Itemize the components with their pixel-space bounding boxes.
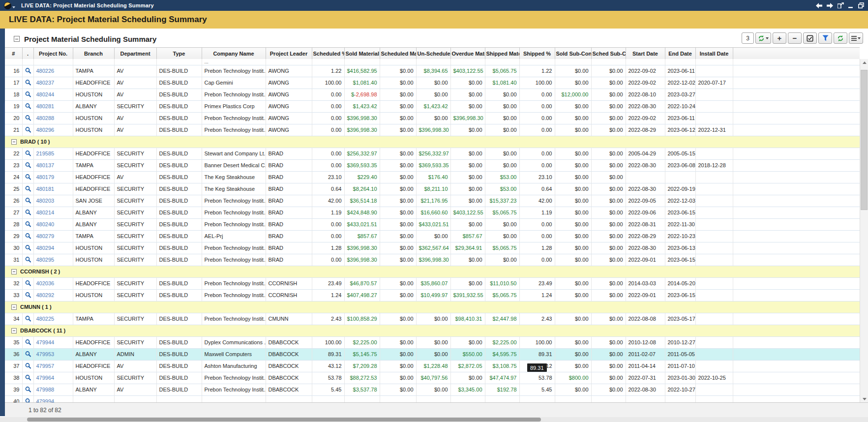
cell[interactable]	[22, 384, 33, 395]
column-header-project-leader[interactable]: Project Leader	[266, 48, 312, 60]
cell[interactable]	[22, 348, 33, 360]
project-number-link[interactable]: 479988	[36, 387, 55, 392]
detail-magnifier-icon[interactable]	[25, 256, 31, 263]
restore-icon[interactable]	[858, 2, 864, 8]
project-number-link[interactable]: 480237	[36, 80, 55, 86]
detail-magnifier-icon[interactable]	[25, 292, 31, 298]
detail-magnifier-icon[interactable]	[25, 339, 31, 345]
column-header-scheduled-[interactable]: Scheduled %	[312, 48, 344, 60]
project-number-link[interactable]: 480226	[36, 68, 55, 74]
column-header-install-date[interactable]: Install Date	[695, 48, 733, 60]
table-row[interactable]: 17480237HEADOFFICEAVDES-BUILDCap GeminiA…	[5, 77, 860, 89]
detail-magnifier-icon[interactable]	[25, 67, 31, 74]
table-row[interactable]: 20480288HOUSTONAVDES-BUILDPrebon Technol…	[5, 112, 860, 124]
group-collapse-icon[interactable]	[11, 139, 17, 145]
project-number-link[interactable]: 479964	[36, 375, 55, 381]
detail-magnifier-icon[interactable]	[25, 103, 31, 109]
project-number-link[interactable]: 480294	[36, 245, 55, 251]
column-header-shipped-[interactable]: Shipped %	[519, 48, 555, 60]
table-row[interactable]: 28480240ALBANYSECURITYDES-BUILDPrebon Te…	[5, 218, 860, 230]
cell[interactable]	[22, 218, 33, 230]
column-header-company-name[interactable]: Company Name	[202, 48, 266, 60]
cell[interactable]	[22, 89, 33, 100]
detail-magnifier-icon[interactable]	[25, 115, 31, 121]
table-row[interactable]: 21480296HOUSTONAVDES-BUILDPrebon Technol…	[5, 124, 860, 136]
project-number-link[interactable]: 479957	[36, 363, 55, 369]
minimize-icon[interactable]	[848, 3, 854, 8]
project-number-link[interactable]: 480181	[36, 186, 55, 192]
cell[interactable]	[22, 372, 33, 384]
horizontal-scrollbar[interactable]	[0, 417, 868, 422]
column-header-end-date[interactable]: End Date	[665, 48, 695, 60]
detail-magnifier-icon[interactable]	[25, 162, 31, 168]
cell[interactable]	[22, 195, 33, 207]
project-number-link[interactable]: 480281	[36, 103, 55, 109]
project-number-link[interactable]: 480279	[36, 233, 55, 239]
project-number-link[interactable]: 480179	[36, 174, 55, 180]
cell[interactable]	[22, 100, 33, 112]
column-header-start-date[interactable]: Start Date	[626, 48, 665, 60]
back-icon[interactable]	[816, 3, 822, 8]
filter-button[interactable]	[818, 32, 832, 44]
scroll-down-icon[interactable]	[860, 395, 868, 402]
table-row[interactable]: 37479957HEADOFFICEAVDES-BUILDAshton Manu…	[5, 360, 860, 372]
project-number-link[interactable]: 479994	[36, 398, 55, 402]
open-external-icon[interactable]	[838, 2, 844, 8]
menu-button[interactable]	[849, 32, 863, 44]
select-columns-button[interactable]	[803, 32, 817, 44]
cell[interactable]	[22, 313, 33, 325]
detail-magnifier-icon[interactable]	[25, 280, 31, 286]
refresh-button[interactable]	[834, 32, 847, 44]
column-header-project-no-[interactable]: Project No.	[33, 48, 73, 60]
table-row[interactable]: 33480292HOUSTONSECURITYDES-BUILDPrebon T…	[5, 289, 860, 301]
table-row[interactable]: 32402036HEADOFFICESECURITYDES-BUILDPrebo…	[5, 277, 860, 289]
detail-magnifier-icon[interactable]	[25, 91, 31, 97]
group-collapse-icon[interactable]	[11, 328, 17, 333]
column-header-scheduled-mat[interactable]: Scheduled Mat	[380, 48, 416, 60]
column-header--[interactable]: #	[5, 48, 22, 60]
table-row[interactable]: 29480279TAMPASECURITYDES-BUILDAEL-PrjBRA…	[5, 230, 860, 242]
cell[interactable]	[22, 77, 33, 89]
project-number-link[interactable]: 480203	[36, 198, 55, 204]
vertical-scrollbar-thumb[interactable]	[861, 70, 868, 210]
table-row[interactable]: 23480137TAMPASECURITYDES-BUILDBanner Des…	[5, 159, 860, 171]
detail-magnifier-icon[interactable]	[25, 374, 31, 381]
column-header-department[interactable]: Department	[114, 48, 156, 60]
table-row[interactable]: 27480214ALBANYSECURITYDES-BUILDPrebon Te…	[5, 207, 860, 218]
project-number-link[interactable]: 480225	[36, 316, 55, 322]
cell[interactable]	[22, 395, 33, 402]
cell[interactable]	[22, 148, 33, 159]
column-header-type[interactable]: Type	[156, 48, 202, 60]
panel-collapse-icon[interactable]	[14, 36, 20, 42]
add-button[interactable]: +	[773, 32, 786, 44]
refresh-dropdown-button[interactable]	[755, 32, 771, 44]
table-row[interactable]: 35479944HEADOFFICESECURITYDES-BUILDDyple…	[5, 336, 860, 348]
column-header--[interactable]: .	[22, 48, 33, 60]
cell[interactable]	[22, 277, 33, 289]
group-collapse-icon[interactable]	[11, 304, 17, 310]
table-row[interactable]: 26480203SAN JOSESECURITYDES-BUILDPrebon …	[5, 195, 860, 207]
table-row[interactable]: 40479994	[5, 395, 860, 402]
detail-magnifier-icon[interactable]	[25, 150, 31, 156]
vertical-scrollbar[interactable]	[860, 59, 868, 402]
page-number-box[interactable]: 3	[742, 32, 754, 44]
app-logo-icon[interactable]	[4, 2, 11, 9]
table-row[interactable]: 36479953ALBANYADMINDES-BUILDMaxwell Comp…	[5, 348, 860, 360]
cell[interactable]	[22, 360, 33, 372]
project-number-link[interactable]: 480244	[36, 91, 55, 97]
detail-magnifier-icon[interactable]	[25, 79, 31, 86]
cell[interactable]	[22, 65, 33, 77]
table-row[interactable]: 31480295HOUSTONSECURITYDES-BUILDPrebon T…	[5, 254, 860, 266]
cell[interactable]	[22, 336, 33, 348]
table-row[interactable]: 19480281ALBANYSECURITYDES-BUILDPrimex Pl…	[5, 100, 860, 112]
project-number-link[interactable]: 479953	[36, 351, 55, 357]
cell[interactable]	[22, 112, 33, 124]
cell[interactable]	[22, 207, 33, 218]
detail-magnifier-icon[interactable]	[25, 351, 31, 357]
project-number-link[interactable]: 479944	[36, 339, 55, 345]
column-header-shipped-mater[interactable]: Shipped Mater	[485, 48, 519, 60]
detail-magnifier-icon[interactable]	[25, 185, 31, 192]
cell[interactable]	[22, 124, 33, 136]
column-header-overdue-mater[interactable]: Overdue Mater	[450, 48, 485, 60]
column-header-branch[interactable]: Branch	[73, 48, 114, 60]
